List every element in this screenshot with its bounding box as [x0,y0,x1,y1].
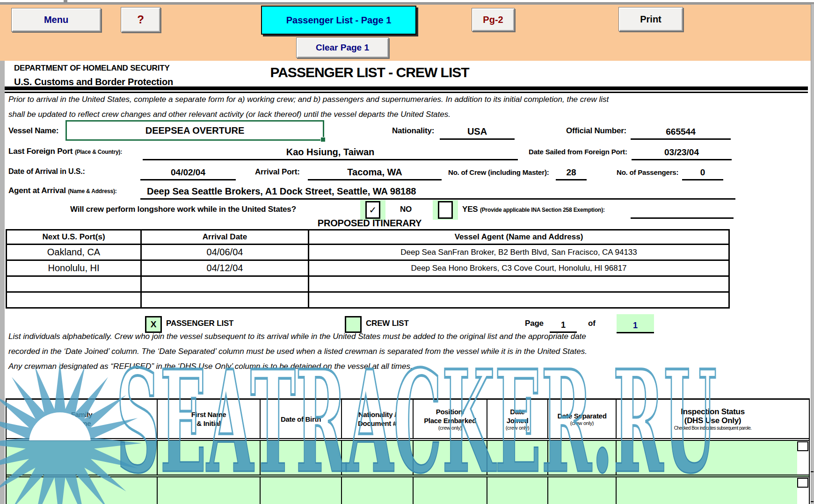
exemption-cell[interactable] [631,201,734,219]
itinerary-port-cell[interactable]: Oakland, CA [7,245,142,259]
crew-list-checkbox[interactable] [345,316,362,333]
header-note: (crew only) [438,425,462,431]
form-title: PASSENGER LIST - CREW LIST [5,65,734,80]
window-top-edge [0,0,814,5]
header-line: Document # [358,419,397,428]
roster-cell[interactable] [7,441,158,475]
page-of-label: of [588,319,596,328]
official-number-label: Official Number: [566,126,626,136]
header-line: Inspection Status [681,407,745,416]
parole-strip [797,477,809,504]
agent-label-sub: (Name & Address): [68,188,116,194]
header-line: Place Embarked [424,416,476,425]
roster-cell[interactable] [261,477,342,504]
longshore-yes-checkbox[interactable] [438,201,453,219]
split-handle[interactable] [64,0,67,3]
itinerary-port-cell[interactable] [7,277,142,291]
arrival-port-cell[interactable]: Tacoma, WA [308,161,442,180]
itinerary-agent-cell[interactable] [309,293,728,307]
last-foreign-port-label-main: Last Foreign Port [8,147,73,156]
roster-cell[interactable] [158,477,261,504]
agent-cell[interactable]: Deep Sea Seattle Brokers, A1 Dock Street… [140,180,735,200]
roster-cell[interactable] [7,477,158,504]
header-line: Date of Birth [281,415,321,424]
window-right-edge [811,4,814,504]
print-button[interactable]: Print [618,7,683,31]
window-left-edge [0,61,5,504]
header-line: Position/ [436,407,465,416]
roster-header-inspection-status: Inspection Status (DHS Use Only) Checked… [617,400,809,438]
list-instructions-line-1: List individuals alphabetically. Crew wh… [8,332,586,341]
longshore-no-checkbox[interactable]: ✓ [365,201,380,219]
page1-tab[interactable]: Passenger List - Page 1 [261,6,416,35]
itinerary-title: PROPOSED ITINERARY [5,218,734,229]
itinerary-header-agent: Vessel Agent (Name and Address) [309,230,728,244]
roster-table: Family Name First Name & Initial Date of… [6,398,810,504]
header-divider [5,86,808,93]
passenger-list-checkbox[interactable]: X [145,316,162,333]
itinerary-port-cell[interactable]: Honolulu, HI [7,261,142,275]
roster-header-row: Family Name First Name & Initial Date of… [7,400,809,441]
roster-header-first-name: First Name & Initial [158,400,261,438]
official-number-cell[interactable]: 665544 [631,120,731,140]
crew-count-label: No. of Crew (including Master): [448,168,549,176]
arrival-port-label: Arrival Port: [255,167,300,177]
arrival-date-cell[interactable]: 04/02/04 [140,161,236,180]
roster-cell[interactable] [548,477,617,504]
header-line: Name [73,419,91,428]
crew-list-label: CREW LIST [366,319,409,328]
header-line: Family [71,410,93,419]
list-instructions-line-3: Any crewman designated as “REFUSED” in t… [8,362,413,371]
page2-button[interactable]: Pg-2 [472,8,515,31]
itinerary-agent-cell[interactable]: Deep Sea SanFran Broker, B2 Berth Blvd, … [309,245,728,259]
nationality-cell[interactable]: USA [440,120,515,140]
menu-button[interactable]: Menu [11,8,101,32]
roster-inspection-cell[interactable] [617,441,809,475]
clear-page1-button[interactable]: Clear Page 1 [296,37,389,58]
itinerary-table: Next U.S. Port(s) Arrival Date Vessel Ag… [6,229,730,309]
passenger-list-label: PASSENGER LIST [166,319,233,328]
itinerary-port-cell[interactable] [7,293,142,307]
roster-header-family-name: Family Name [7,400,158,438]
page-label: Page [525,319,544,328]
vessel-name-cell[interactable]: DEEPSEA OVERTURE [65,120,324,141]
passenger-count-label: No. of Passengers: [617,168,678,176]
roster-cell[interactable] [261,441,342,475]
date-sailed-cell[interactable]: 03/23/04 [632,141,732,160]
roster-header-position: Position/ Place Embarked (crew only) [414,400,487,438]
intro-line-1: Prior to arrival in the United States, c… [8,95,609,104]
parole-checkbox[interactable] [797,478,808,488]
roster-cell[interactable] [342,477,414,504]
itinerary-date-cell[interactable] [142,277,309,291]
itinerary-row: Honolulu, HI 04/12/04 Deep Sea Hono Brok… [7,261,728,277]
header-note: Checked Box indicates subsequent parole. [674,425,752,431]
roster-cell[interactable] [548,441,617,475]
roster-cell[interactable] [487,441,548,475]
last-foreign-port-cell[interactable]: Kao Hsiung, Taiwan [143,141,518,160]
roster-cell[interactable] [487,477,548,504]
page-number-cell[interactable]: 1 [550,316,577,333]
roster-cell[interactable] [342,441,414,475]
itinerary-date-cell[interactable]: 04/12/04 [142,261,309,275]
help-button[interactable]: ? [121,7,160,32]
roster-cell[interactable] [158,441,261,475]
form-sheet: DEPARTMENT OF HOMELAND SECURITY U.S. Cus… [5,61,811,504]
itinerary-agent-cell[interactable]: Deep Sea Hono Brokers, C3 Cove Court, Ho… [309,261,728,275]
roster-inspection-cell[interactable] [617,477,809,504]
itinerary-agent-cell[interactable] [309,277,728,291]
longshore-yes-label-main: YES [462,205,478,214]
itinerary-header-date: Arrival Date [142,230,309,244]
header-line: Date Separated [557,411,606,420]
last-foreign-port-label-sub: (Place & Country): [75,149,122,155]
vessel-name-label: Vessel Name: [8,126,58,136]
header-line: & Initial [196,419,220,428]
crew-count-cell[interactable]: 28 [556,161,587,180]
passenger-count-cell[interactable]: 0 [682,161,723,180]
roster-header-date-of-birth: Date of Birth [261,400,342,438]
page-total-cell[interactable]: 1 [617,314,654,333]
parole-checkbox[interactable] [797,441,808,451]
itinerary-date-cell[interactable]: 04/06/04 [142,245,309,259]
itinerary-date-cell[interactable] [142,293,309,307]
roster-cell[interactable] [414,441,487,475]
roster-cell[interactable] [414,477,487,504]
